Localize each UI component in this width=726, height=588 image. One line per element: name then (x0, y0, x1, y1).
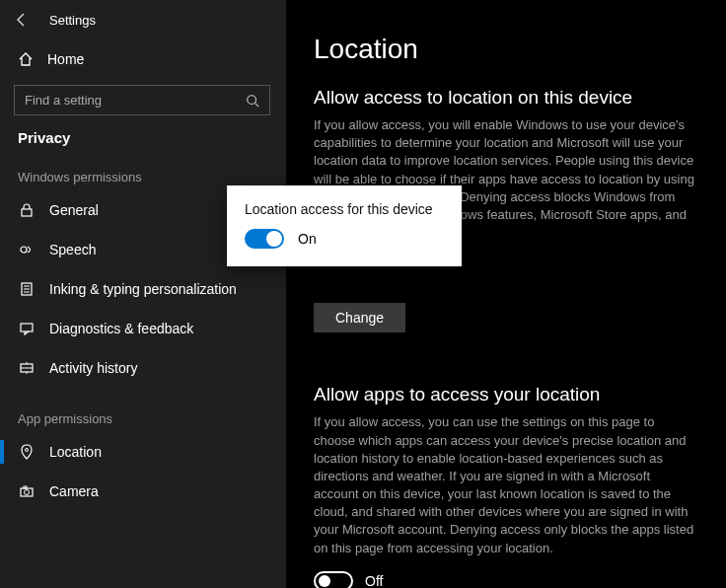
location-icon (18, 444, 36, 460)
nav-label: Inking & typing personalization (49, 281, 237, 297)
history-icon (18, 360, 36, 376)
svg-rect-16 (24, 486, 27, 488)
svg-point-3 (21, 247, 27, 253)
search-placeholder: Find a setting (25, 93, 246, 108)
nav-label: General (49, 202, 99, 218)
search-icon (246, 94, 259, 108)
main-content: Location Allow access to location on thi… (286, 0, 726, 588)
nav-label: Diagnostics & feedback (49, 321, 193, 336)
section2-description: If you allow access, you can use the set… (314, 413, 698, 557)
nav-activity[interactable]: Activity history (0, 348, 286, 388)
feedback-icon (18, 321, 36, 336)
device-location-toggle-state: On (298, 231, 317, 247)
nav-label: Location (49, 444, 102, 460)
nav-camera[interactable]: Camera (0, 472, 286, 511)
home-label: Home (47, 51, 84, 67)
camera-icon (18, 483, 36, 499)
nav-label: Activity history (49, 360, 137, 376)
back-arrow-icon[interactable] (14, 12, 30, 28)
device-location-toggle[interactable] (245, 229, 284, 249)
apps-location-toggle[interactable] (314, 571, 353, 588)
popup-title: Location access for this device (245, 201, 444, 217)
section2: Allow apps to access your location If yo… (314, 384, 698, 588)
nav-inking[interactable]: Inking & typing personalization (0, 269, 286, 309)
privacy-section-label: Privacy (0, 121, 286, 146)
nav-diagnostics[interactable]: Diagnostics & feedback (0, 309, 286, 348)
lock-icon (18, 202, 36, 218)
svg-point-15 (25, 490, 30, 495)
nav-label: Camera (49, 483, 99, 499)
section2-heading: Allow apps to access your location (314, 384, 698, 405)
svg-rect-8 (21, 324, 33, 331)
speech-icon (18, 242, 36, 257)
nav-label: Speech (49, 242, 96, 257)
search-wrap: Find a setting (0, 79, 286, 121)
change-button[interactable]: Change (314, 303, 405, 332)
nav-location[interactable]: Location (0, 432, 286, 472)
popup-toggle-row: On (245, 229, 444, 249)
svg-rect-2 (22, 209, 32, 216)
group-windows-permissions: Windows permissions (0, 146, 286, 190)
search-input[interactable]: Find a setting (14, 85, 270, 115)
location-access-popup: Location access for this device On (227, 185, 462, 266)
sidebar-header: Settings (0, 8, 286, 39)
page-title: Location (314, 34, 698, 65)
apps-location-toggle-state: Off (365, 573, 383, 588)
group-app-permissions: App permissions (0, 388, 286, 432)
sidebar: Settings Home Find a setting Privacy Win… (0, 0, 286, 588)
app-root: Settings Home Find a setting Privacy Win… (0, 0, 726, 588)
home-icon (18, 51, 34, 67)
svg-point-0 (248, 95, 256, 104)
apps-location-toggle-row: Off (314, 571, 698, 588)
sidebar-home[interactable]: Home (0, 39, 286, 79)
window-title: Settings (49, 13, 96, 28)
section1-heading: Allow access to location on this device (314, 87, 698, 109)
svg-point-13 (26, 449, 29, 452)
clipboard-icon (18, 281, 36, 297)
svg-line-1 (255, 103, 259, 107)
